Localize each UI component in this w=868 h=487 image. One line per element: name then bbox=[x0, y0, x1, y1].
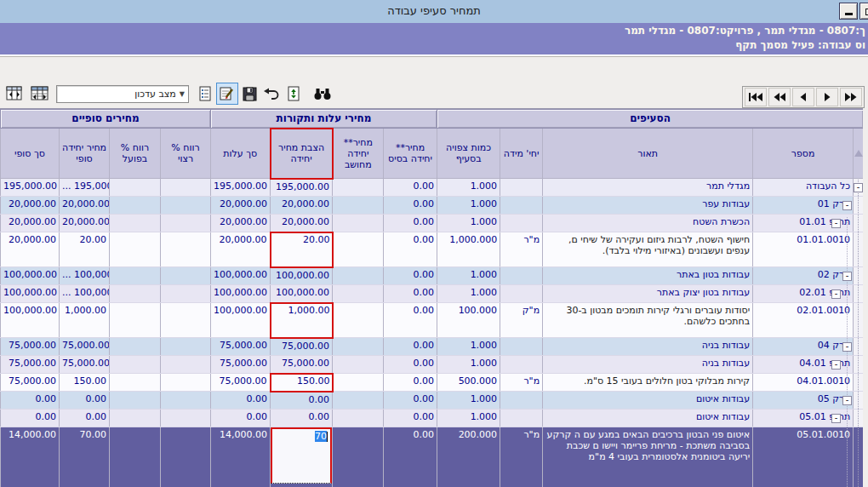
collapse-toggle-icon[interactable]: - bbox=[842, 201, 852, 210]
cell-desired[interactable] bbox=[161, 267, 211, 285]
cell-desired[interactable] bbox=[161, 303, 211, 338]
cell-unit[interactable]: מ"ר bbox=[500, 374, 543, 392]
cell-actual[interactable] bbox=[110, 338, 161, 356]
cell-unit[interactable] bbox=[500, 197, 543, 215]
cell-final_unit[interactable]: ... 100,000 bbox=[60, 267, 110, 285]
table-row[interactable]: 02.01.0010יסודות עוברים ורגלי קירות תומכ… bbox=[1, 303, 864, 338]
column-header-description[interactable]: תאור bbox=[543, 129, 753, 179]
cell-final_total[interactable]: 75,000.00 bbox=[1, 356, 60, 374]
cell-actual[interactable] bbox=[110, 356, 161, 374]
cell-actual[interactable] bbox=[110, 392, 161, 410]
cell-desc[interactable]: עבודות איטום bbox=[543, 410, 753, 427]
table-settings-button[interactable] bbox=[29, 83, 51, 105]
save-button[interactable] bbox=[238, 83, 260, 105]
cell-desc[interactable]: עבודות בטון באתר bbox=[543, 267, 753, 285]
cell-desc[interactable]: מגדלי תמר bbox=[543, 179, 753, 197]
cell-number[interactable]: כל העבודה bbox=[753, 179, 854, 197]
cell-final_total[interactable]: 75,000.00 bbox=[1, 374, 60, 392]
table-row[interactable]: -פרק 02עבודות בטון באתר1.0000.00100,000.… bbox=[1, 267, 864, 285]
collapse-toggle-icon[interactable]: - bbox=[842, 272, 852, 281]
cell-actual[interactable] bbox=[110, 410, 161, 427]
cell-desc[interactable]: עבודות בטון יצוק באתר bbox=[543, 285, 753, 303]
cell-base[interactable]: 0.00 bbox=[384, 410, 437, 427]
nav-fast-next-button[interactable] bbox=[840, 88, 862, 106]
column-header-unit[interactable]: יחי' מידה bbox=[500, 129, 543, 179]
cell-base[interactable]: 0.00 bbox=[384, 232, 437, 267]
find-button[interactable] bbox=[311, 83, 334, 105]
refresh-document-button[interactable] bbox=[283, 83, 305, 105]
cell-cost[interactable]: 20,000.00 bbox=[211, 215, 271, 232]
unit-price-edit-input[interactable]: 70 bbox=[271, 427, 332, 484]
cell-final_total[interactable]: 0.00 bbox=[1, 392, 60, 410]
cell-desc[interactable]: יסודות עוברים ורגלי קירות תומכים מבטון ב… bbox=[543, 303, 753, 338]
cell-actual[interactable] bbox=[110, 267, 161, 285]
cell-base[interactable]: 0.00 bbox=[384, 285, 437, 303]
cell-cost[interactable]: 100,000.00 bbox=[211, 285, 271, 303]
cell-actual[interactable] bbox=[110, 232, 161, 267]
cell-base[interactable]: 0.00 bbox=[384, 215, 437, 232]
cell-set[interactable]: 195,000.00 bbox=[271, 179, 333, 197]
cell-cost[interactable]: 14,000.00 bbox=[211, 427, 271, 487]
cell-calc[interactable] bbox=[333, 303, 384, 338]
cell-final_total[interactable]: 20,000.00 bbox=[1, 197, 60, 215]
column-header-set-unit-price[interactable]: הצבת מחיר יחידה bbox=[271, 129, 333, 179]
cell-actual[interactable] bbox=[110, 179, 161, 197]
cell-set[interactable]: 0.00 bbox=[271, 392, 333, 410]
cell-final_total[interactable]: 20,000.00 bbox=[1, 215, 60, 232]
cell-calc[interactable] bbox=[333, 392, 384, 410]
cell-unit[interactable] bbox=[500, 179, 543, 197]
cell-final_total[interactable]: 0.00 bbox=[1, 410, 60, 427]
form-view-button[interactable] bbox=[194, 83, 216, 105]
cell-number[interactable]: פרק 04 bbox=[753, 338, 854, 356]
cell-number[interactable]: פרק 02 bbox=[753, 267, 854, 285]
table-row[interactable]: 01.01.0010חישוף השטח, לרבות גיזום ועקירה… bbox=[1, 232, 864, 267]
table-row[interactable]: 05.01.0010איטום פני הבטון ברכיבים הבאים … bbox=[1, 427, 864, 487]
cell-set[interactable]: 0.00 bbox=[271, 410, 333, 427]
cell-qty[interactable]: 100.000 bbox=[437, 303, 500, 338]
cell-desired[interactable] bbox=[161, 427, 211, 487]
cell-set[interactable]: 100,000.00 bbox=[271, 285, 333, 303]
sort-indicator-header[interactable] bbox=[854, 129, 863, 179]
cell-desc[interactable]: עבודות עפר bbox=[543, 197, 753, 215]
cell-base[interactable]: 0.00 bbox=[384, 356, 437, 374]
cell-base[interactable]: 0.00 bbox=[384, 338, 437, 356]
cell-cost[interactable]: 20,000.00 bbox=[211, 232, 271, 267]
column-header-total-cost[interactable]: סך עלות bbox=[211, 129, 271, 179]
cell-actual[interactable] bbox=[110, 303, 161, 338]
collapse-toggle-icon[interactable]: - bbox=[831, 289, 841, 299]
column-header-base-unit-price[interactable]: מחיר** יחידה בסיס bbox=[384, 129, 437, 179]
cell-number[interactable]: 02.01.0010 bbox=[753, 303, 854, 338]
cell-qty[interactable]: 1.000 bbox=[437, 338, 500, 356]
cell-base[interactable]: 0.00 bbox=[384, 392, 437, 410]
nav-first-button[interactable] bbox=[745, 88, 767, 106]
cell-qty[interactable]: 1.000 bbox=[437, 356, 500, 374]
cell-set[interactable]: 75,000.00 bbox=[271, 356, 333, 374]
column-header-desired-profit[interactable]: רווח % רצוי bbox=[161, 129, 211, 179]
cell-final_unit[interactable]: 0.00 bbox=[60, 392, 110, 410]
column-header-actual-profit[interactable]: רווח % בפועל bbox=[110, 129, 161, 179]
cell-desc[interactable]: עבודות בניה bbox=[543, 356, 753, 374]
cell-cost[interactable]: 75,000.00 bbox=[211, 356, 271, 374]
cell-set[interactable]: 75,000.00 bbox=[271, 338, 333, 356]
collapse-toggle-icon[interactable]: - bbox=[831, 219, 841, 228]
cell-qty[interactable]: 1.000 bbox=[437, 392, 500, 410]
cell-qty[interactable]: 1.000 bbox=[437, 197, 500, 215]
cell-desc[interactable]: עבודות בניה bbox=[543, 338, 753, 356]
cell-final_unit[interactable]: 70.00 bbox=[60, 427, 110, 487]
cell-final_unit[interactable]: 1,000.00 bbox=[60, 303, 110, 338]
cell-cost[interactable]: 75,000.00 bbox=[211, 338, 271, 356]
cell-final_unit[interactable]: 150.00 bbox=[60, 374, 110, 392]
cell-calc[interactable] bbox=[333, 232, 384, 267]
table-row[interactable]: -פרק 05עבודות איטום1.0000.000.000.000.00… bbox=[1, 392, 864, 410]
cell-final_unit[interactable]: 75,000.00 bbox=[60, 338, 110, 356]
cell-unit[interactable]: מ"ר bbox=[500, 232, 543, 267]
cell-desired[interactable] bbox=[161, 232, 211, 267]
nav-prev-button[interactable] bbox=[792, 88, 814, 106]
cell-final_unit[interactable]: ... 195,000 bbox=[60, 179, 110, 197]
cell-desc[interactable]: איטום פני הבטון ברכיבים הבאים במגע עם ה … bbox=[543, 427, 753, 487]
cell-number[interactable]: 01.01.0010 bbox=[753, 232, 854, 267]
cell-actual[interactable] bbox=[110, 374, 161, 392]
cell-qty[interactable]: 1.000 bbox=[437, 215, 500, 232]
column-header-final-total[interactable]: סך סופי bbox=[1, 129, 60, 179]
cell-base[interactable]: 0.00 bbox=[384, 267, 437, 285]
